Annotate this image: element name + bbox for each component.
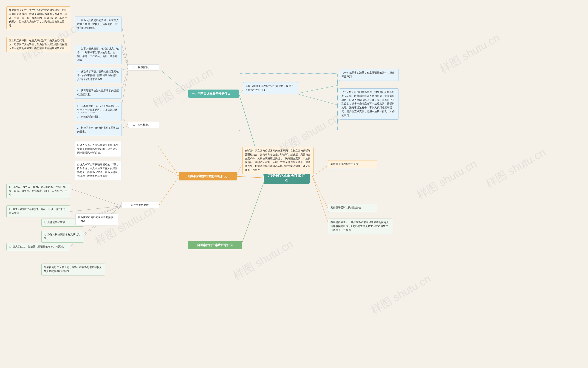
svg-line-6: [122, 44, 129, 68]
content-box-cb3-2: 3、诉讼请求明确。明确地提出追究被告人的刑事责任，附带民事诉讼提出具体的诉讼请求…: [75, 68, 122, 83]
watermark-8: 样图 shutu.cn: [437, 30, 502, 76]
l1-label-2: 二、刑事自诉案件立案标准是什么: [182, 175, 227, 178]
l2-label-1-2: （二）实体标准。: [130, 123, 150, 126]
watermark-2: 样图 shutu.cn: [150, 65, 215, 111]
svg-line-11: [122, 117, 129, 126]
content-text-cb3-3: 4、具有能证明被告人犯罪事实的证据或证据线索。: [77, 89, 119, 96]
svg-line-4: [159, 96, 188, 126]
content-box-cb3-1: 2、当事人情况清楚。包括自诉人、被告人、附带民事当事人的姓名、性别、年龄、工作单…: [75, 45, 122, 64]
content-box-cb1-main: 1、自诉人具备起诉的资格，即被害人或其近亲属，被告人已满16周岁，有责任能力的公…: [75, 17, 122, 32]
content-box-cb7-5: 5、证人的姓名、住址及其他证据的名称、来源等。: [6, 243, 70, 251]
svg-line-15: [159, 165, 179, 176]
svg-line-13: [159, 176, 179, 206]
l2-node-1-1: （一）程序标准。: [128, 64, 159, 71]
content-text-cb9: 自诉状或者告诉笔录应当包括以下内容：: [78, 216, 113, 222]
svg-line-5: [122, 25, 129, 68]
svg-line-27: [312, 176, 328, 209]
content-text-cb4-1: 1、未超过诉讼时效。: [77, 115, 101, 118]
l2-node-2-1: （三）诉讼文书的要求。: [121, 202, 159, 208]
svg-line-9: [122, 68, 129, 90]
svg-line-28: [312, 176, 328, 224]
content-box-cb6: 自诉人书写自诉状确有困难的，可以口头告诉，由人民法院工作人员出告诉笔录，向自诉人…: [75, 161, 122, 180]
svg-line-8: [122, 68, 129, 70]
content-text-cb7-4: 4、致送人民法院的名称及具状时间；: [44, 233, 80, 240]
l1-label-3: 三、自诉案件的立案应注意什么: [191, 243, 233, 247]
content-text-cb5: 自诉人应当向人民法院提交刑事自诉状并提起附带民事诉讼的，应当提交刑事附带民事诉讼…: [77, 144, 118, 154]
rcb4: 自诉案件的立案与公诉案件的立案不同，它把立案与起诉和受理相结合，并与审判相连接。…: [242, 147, 314, 174]
svg-line-3: [159, 68, 188, 94]
l2-label-2-1: （三）诉讼文书的要求。: [123, 204, 151, 206]
content-text-cb3-1: 2、当事人情况清楚。包括自诉人、被告人、附带民事当事人的姓名、性别、年龄、工作单…: [77, 47, 119, 61]
rcb1: 人民法院对于自诉案件进行审查后，按照下列情形分别处理：: [243, 82, 298, 94]
rcb6-text: 案件属于受诉人民法院管辖；: [330, 206, 363, 209]
svg-line-14: [159, 147, 179, 176]
watermark-9: 样图 shutu.cn: [483, 145, 548, 191]
content-text-cb7-3: 3、具体的诉讼请求。: [44, 221, 68, 224]
content-box-cb5: 自诉人应当向人民法院提交刑事自诉状并提起附带民事诉讼的，应当提交刑事附带民事诉讼…: [75, 141, 122, 157]
content-text-1: 如果被害人死亡、丧失行为能力或者因受强制、威吓等原因无法告诉，或者是限制行为能力…: [9, 9, 67, 27]
content-box-cb8: 如果被告是二人以上的，自诉人在告诉时需按被告人的人数提供自诉状副本。: [41, 264, 105, 276]
content-text-cb8: 如果被告是二人以上的，自诉人在告诉时需按被告人的人数提供自诉状副本。: [44, 266, 102, 273]
svg-line-10: [122, 68, 129, 105]
svg-line-1: [237, 176, 264, 178]
content-box-cb7-4: 4、致送人民法院的名称及具状时间；: [41, 231, 84, 243]
content-box-cb4-2: 2、指控的事实符合自诉案件犯罪构成的要求。: [75, 124, 122, 136]
content-text-cb7-1: 1、自诉人、被告人、代为告诉人的姓名、性别、年龄、民族、出生地、文化程度、职业、…: [9, 186, 67, 196]
rcb1-text: 人民法院对于自诉案件进行审查后，按照下列情形分别处理：: [245, 85, 294, 91]
svg-line-12: [122, 126, 129, 128]
content-box-cb9: 自诉状或者告诉笔录应当包括以下内容：: [75, 213, 118, 225]
svg-line-26: [312, 165, 328, 176]
content-text-cb7-2: 2、被告人犯罪行为的时间、地点、手段、情节和危害后果等；: [9, 208, 66, 214]
rcb7: 有明确的被告人、具体的诉讼请求和能够证明被告人犯罪事实的证据；4.起诉的主体是被…: [328, 219, 392, 234]
content-box-cb3-3: 4、具有能证明被告人犯罪事实的证据或证据线索。: [75, 87, 122, 99]
l1-node-1: 一、刑事自诉立案条件是什么: [188, 90, 239, 98]
svg-line-25: [296, 94, 340, 106]
rcb2: （一）犯罪事实清楚，有足够证据的案件，应当开庭审判: [339, 69, 399, 81]
rcb5-text: 案件属于自诉案件的范围。: [330, 163, 361, 165]
watermark-4: 样图 shutu.cn: [414, 156, 479, 203]
mind-map-canvas: 样图 shutu.cn 样图 shutu.cn 样图 shutu.cn 样图 s…: [0, 0, 588, 368]
content-text-cb6: 自诉人书写自诉状确有困难的，可以口头告诉，由人民法院工作人员出告诉笔录，向自诉人…: [77, 163, 118, 177]
rcb7-text: 有明确的被告人、具体的诉讼请求和能够证明被告人犯罪事实的证据；4.起诉的主体是被…: [330, 221, 389, 231]
l1-label-1: 一、刑事自诉立案条件是什么: [192, 92, 230, 95]
rcb4-text: 自诉案件的立案与公诉案件的立案不同，它把立案与起诉和受理相结合，并与审判相连接。…: [245, 149, 310, 171]
content-box-2: 因款规定的原因，被害人不能告诉，由其法定代理人、近亲属代为告诉的，代为告诉人应当…: [6, 37, 70, 52]
content-text-2: 因款规定的原因，被害人不能告诉，由其法定代理人、近亲属代为告诉的，代为告诉人应当…: [9, 39, 67, 50]
content-box-cb7-1: 1、自诉人、被告人、代为告诉人的姓名、性别、年龄、民族、出生地、文化程度、职业、…: [6, 183, 70, 199]
l2-label-1-1: （一）程序标准。: [130, 66, 150, 69]
watermark-5: 样图 shutu.cn: [93, 202, 158, 249]
l1-node-2: 二、刑事自诉案件立案标准是什么: [179, 172, 237, 180]
l1-node-3: 三、自诉案件的立案应注意什么: [188, 241, 242, 249]
rcb2-text: （一）犯罪事实清楚，有足够证据的案件，应当开庭审判: [342, 71, 395, 78]
watermark-7: 样图 shutu.cn: [368, 271, 433, 317]
rcb6: 案件属于受诉人民法院管辖；: [328, 204, 377, 212]
content-text-cb1-main: 1、自诉人具备起诉的资格，即被害人或其近亲属，被告人已满16周岁，有责任能力的公…: [77, 19, 119, 29]
content-text-cb7-5: 5、证人的姓名、住址及其他证据的名称、来源等。: [9, 245, 66, 248]
svg-line-7: [122, 50, 129, 68]
rcb5: 案件属于自诉案件的范围。: [328, 160, 377, 168]
svg-line-24: [296, 85, 340, 94]
content-text-cb3-2: 3、诉讼请求明确。明确地提出追究被告人的刑事责任，附带民事诉讼提出具体的诉讼请求…: [77, 70, 119, 81]
svg-line-2: [241, 181, 264, 245]
content-box-cb4-1: 1、未超过诉讼时效。: [75, 113, 122, 121]
rcb3: （二）缺乏证据的自诉案件，如果自诉人提不出补充证据，应当劝告自诉人撤回自诉，或者…: [339, 88, 399, 120]
rcb3-text: （二）缺乏证据的自诉案件，如果自诉人提不出补充证据，应当劝告自诉人撤回自诉，或者…: [342, 91, 395, 117]
content-text-cb4-2: 2、指控的事实符合自诉案件犯罪构成的要求。: [77, 127, 119, 133]
l2-node-1-2: （二）实体标准。: [128, 122, 159, 128]
svg-line-22: [239, 90, 243, 94]
svg-line-17: [69, 206, 122, 212]
content-box-1: 如果被害人死亡、丧失行为能力或者因受强制、威吓等原因无法告诉，或者是限制行为能力…: [6, 6, 70, 30]
content-box-cb7-2: 2、被告人犯罪行为的时间、地点、手段、情节和危害后果等；: [6, 205, 70, 217]
svg-line-16: [69, 188, 122, 206]
